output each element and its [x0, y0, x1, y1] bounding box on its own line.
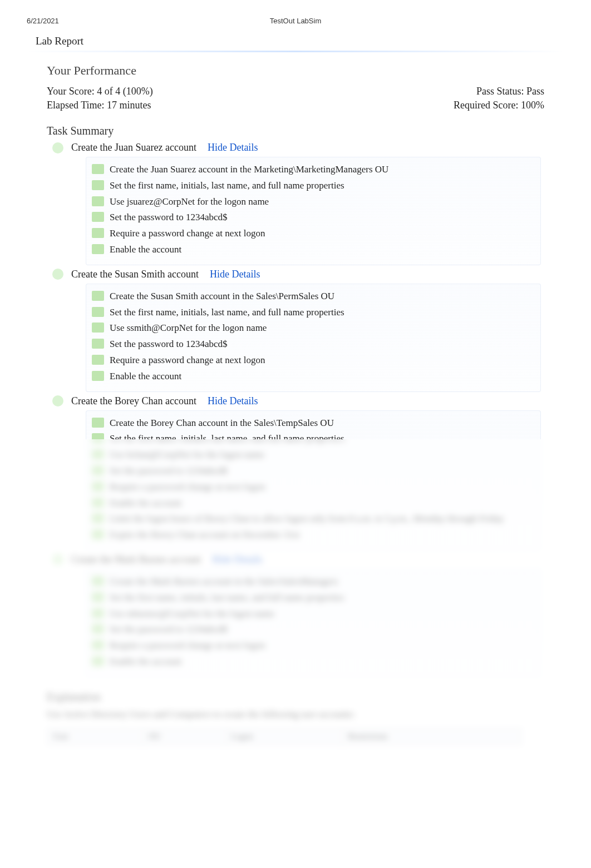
detail-item: Enable the account: [92, 370, 533, 383]
detail-text: Expire the Borey Chan account on Decembe…: [110, 528, 299, 542]
detail-text: Use jsuarez@CorpNet for the logon name: [110, 195, 269, 209]
detail-item: Set the password to 1234abcd$: [92, 623, 533, 636]
detail-item: Use mburnes@CorpNet for the logon name: [92, 607, 533, 621]
check-icon: [92, 323, 104, 333]
hide-details-link[interactable]: Hide Details: [208, 142, 258, 153]
detail-text: Set the password to 1234abcd$: [110, 464, 228, 478]
detail-item: Create the Mark Burnes account in the Sa…: [92, 575, 533, 588]
explanation-title: Explanation: [47, 691, 544, 703]
detail-item: Enable the account: [92, 243, 533, 256]
task: Create the Susan Smith accountHide Detai…: [47, 269, 544, 392]
detail-text: Require a password change at next logon: [110, 480, 265, 494]
details-box: Create the Susan Smith account in the Sa…: [86, 284, 541, 392]
check-icon: [92, 482, 104, 492]
table-header: Restrictions: [342, 728, 522, 745]
check-icon: [92, 624, 104, 634]
header-title: TestOut LabSim: [138, 17, 453, 25]
detail-item: Require a password change at next logon: [92, 227, 533, 240]
details-box: Create the Mark Burnes account in the Sa…: [86, 569, 541, 677]
pass-status: Pass Status: Pass: [476, 86, 544, 97]
task-title: Create the Borey Chan account: [71, 395, 196, 407]
check-icon: [92, 640, 104, 650]
hide-details-link[interactable]: Hide Details: [212, 554, 262, 566]
explanation-table: UserOULogonRestrictions: [47, 728, 544, 745]
detail-item: Create the Susan Smith account in the Sa…: [92, 290, 533, 303]
detail-item: Require a password change at next logon: [92, 480, 533, 494]
explanation-intro: Use Active Directory Users and Computers…: [47, 709, 544, 720]
check-icon: [52, 554, 63, 565]
check-icon: [92, 449, 104, 459]
detail-item: Use jsuarez@CorpNet for the logon name: [92, 195, 533, 209]
detail-item: Require a password change at next logon: [92, 639, 533, 652]
task-title: Create the Juan Suarez account: [71, 142, 196, 153]
detail-text: Create the Mark Burnes account in the Sa…: [110, 575, 338, 588]
table-header: OU: [142, 728, 225, 745]
detail-item: Create the Borey Chan account in the Sal…: [92, 416, 533, 430]
divider: [27, 51, 564, 52]
detail-item: Set the password to 1234abcd$: [92, 464, 533, 478]
check-icon: [92, 371, 104, 381]
detail-text: Create the Juan Suarez account in the Ma…: [110, 163, 388, 176]
hide-details-link[interactable]: Hide Details: [208, 395, 258, 407]
task-header: Create the Borey Chan accountHide Detail…: [47, 395, 544, 407]
check-icon: [92, 656, 104, 666]
check-icon: [92, 244, 104, 254]
detail-item: Create the Juan Suarez account in the Ma…: [92, 163, 533, 176]
check-icon: [92, 339, 104, 349]
details-box: Create the Juan Suarez account in the Ma…: [86, 157, 541, 265]
header-date: 6/21/2021: [27, 17, 138, 25]
check-icon: [92, 608, 104, 618]
task-header: Create the Juan Suarez accountHide Detai…: [47, 142, 544, 153]
detail-text: Set the first name, initials, last name,…: [110, 591, 344, 604]
detail-item: Require a password change at next logon: [92, 354, 533, 367]
detail-item: Limit the logon hours of Borey Chan to a…: [92, 512, 533, 525]
detail-text: Limit the logon hours of Borey Chan to a…: [110, 512, 504, 525]
check-icon: [92, 355, 104, 365]
check-icon: [92, 212, 104, 222]
check-icon: [92, 196, 104, 206]
check-icon: [52, 395, 63, 406]
check-icon: [92, 529, 104, 539]
detail-item: Set the first name, initials, last name,…: [92, 306, 533, 319]
check-icon: [92, 228, 104, 238]
detail-text: Enable the account: [110, 370, 181, 383]
detail-text: Enable the account: [110, 243, 181, 256]
detail-item: Enable the account: [92, 497, 533, 510]
detail-item: Use ssmith@CorpNet for the logon name: [92, 321, 533, 335]
check-icon: [92, 513, 104, 523]
performance-title: Your Performance: [47, 63, 544, 78]
task: Create the Juan Suarez accountHide Detai…: [47, 142, 544, 265]
report-title: Lab Report: [36, 35, 564, 47]
detail-text: Set the password to 1234abcd$: [110, 338, 228, 351]
detail-text: Set the password to 1234abcd$: [110, 211, 228, 224]
table-header: Logon: [225, 728, 342, 745]
elapsed-time: Elapsed Time: 17 minutes: [47, 100, 151, 111]
task: Create the Borey Chan accountHide Detail…: [47, 395, 544, 550]
detail-text: Use mburnes@CorpNet for the logon name: [110, 607, 275, 621]
detail-text: Require a password change at next logon: [110, 354, 265, 367]
detail-item: Use bchan@CorpNet for the logon name: [92, 448, 533, 462]
task-header: Create the Susan Smith accountHide Detai…: [47, 269, 544, 280]
required-score: Required Score: 100%: [454, 100, 544, 111]
detail-text: Create the Borey Chan account in the Sal…: [110, 416, 334, 430]
detail-text: Use ssmith@CorpNet for the logon name: [110, 321, 267, 335]
detail-text: Set the password to 1234abcd$: [110, 623, 228, 636]
task-summary-title: Task Summary: [47, 125, 544, 137]
task-header: Create the Mark Burnes accountHide Detai…: [47, 554, 544, 566]
check-icon: [52, 269, 63, 280]
check-icon: [92, 498, 104, 508]
hide-details-link[interactable]: Hide Details: [210, 269, 260, 280]
check-icon: [92, 307, 104, 317]
task: Create the Mark Burnes accountHide Detai…: [47, 554, 544, 677]
detail-item: Enable the account: [92, 655, 533, 668]
detail-item: Set the first name, initials, last name,…: [92, 179, 533, 192]
task-title: Create the Mark Burnes account: [71, 554, 201, 566]
page-header: 6/21/2021 TestOut LabSim: [27, 17, 564, 25]
check-icon: [92, 433, 104, 443]
detail-text: Set the first name, initials, last name,…: [110, 179, 344, 192]
table-header: User: [47, 728, 143, 745]
check-icon: [92, 465, 104, 475]
check-icon: [92, 418, 104, 428]
check-icon: [92, 291, 104, 301]
detail-text: Enable the account: [110, 655, 181, 668]
